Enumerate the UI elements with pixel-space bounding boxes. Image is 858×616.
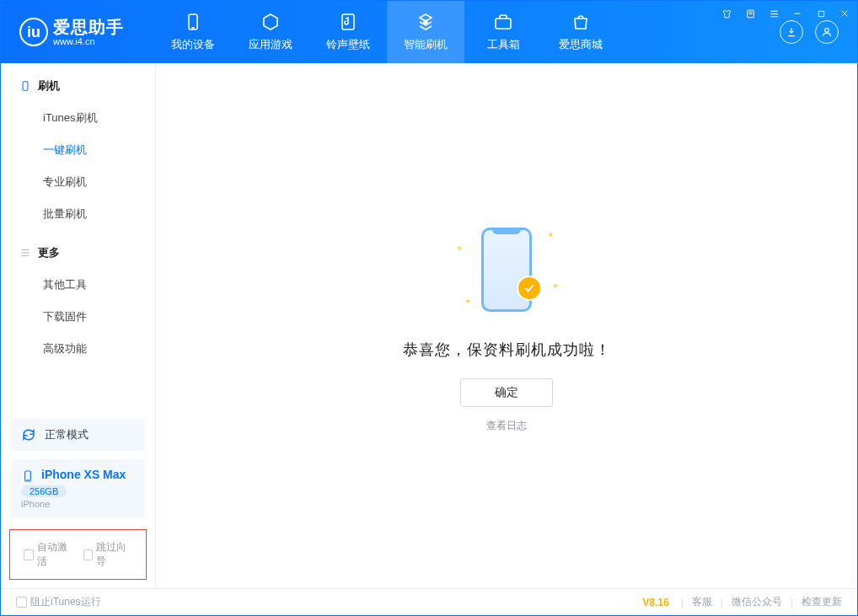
- device-card[interactable]: iPhone XS Max 256GB iPhone: [11, 459, 145, 517]
- svg-point-3: [424, 20, 427, 24]
- apps-icon: [260, 12, 281, 32]
- separator: |: [791, 597, 793, 608]
- nav-tab-toolbox[interactable]: 工具箱: [464, 1, 542, 63]
- nav-label: 我的设备: [171, 37, 215, 52]
- sidebar-section-title: 刷机: [38, 78, 60, 94]
- version-label: V8.16: [642, 597, 668, 608]
- footer-right: V8.16 | 客服 | 微信公众号 | 检查更新: [642, 595, 842, 609]
- checkbox-icon: [24, 549, 34, 560]
- brand: iu 爱思助手 www.i4.cn: [1, 1, 139, 63]
- minimize-button[interactable]: [790, 6, 805, 21]
- svg-point-5: [825, 28, 829, 32]
- brand-text: 爱思助手 www.i4.cn: [53, 18, 124, 46]
- svg-rect-4: [496, 19, 511, 29]
- svg-rect-13: [818, 11, 823, 16]
- download-icon: [786, 26, 797, 38]
- nav-tab-store[interactable]: 爱思商城: [542, 1, 619, 63]
- sidebar-section-flash[interactable]: 刷机: [1, 63, 155, 102]
- skin-button[interactable]: [719, 6, 734, 21]
- header: iu 爱思助手 www.i4.cn 我的设备 应用游戏 铃声壁纸 智能刷机: [1, 1, 857, 63]
- brand-logo-icon: iu: [19, 18, 48, 46]
- nav-label: 爱思商城: [559, 37, 603, 52]
- checkbox-label: 自动激活: [37, 540, 73, 569]
- nav-tab-apps[interactable]: 应用游戏: [232, 1, 309, 63]
- menu-icon: [769, 8, 780, 19]
- nav-tab-device[interactable]: 我的设备: [154, 1, 232, 63]
- separator: |: [681, 597, 684, 608]
- sparkle-icon: ✦: [464, 297, 471, 306]
- sidebar-section-title: 更多: [38, 245, 60, 260]
- note-icon: [745, 8, 756, 19]
- checkbox-label: 阻止iTunes运行: [30, 595, 101, 609]
- sparkle-icon: ✦: [456, 244, 463, 253]
- nav-label: 铃声壁纸: [326, 37, 370, 52]
- sidebar-section-more[interactable]: 更多: [1, 230, 155, 269]
- highlighted-options: 自动激活 跳过向导: [9, 529, 147, 580]
- footer-link-wechat[interactable]: 微信公众号: [732, 595, 782, 609]
- sidebar-item-download-firmware[interactable]: 下载固件: [1, 301, 155, 333]
- feedback-button[interactable]: [743, 6, 758, 21]
- footer-link-support[interactable]: 客服: [692, 595, 712, 609]
- checkbox-skip-guide[interactable]: 跳过向导: [83, 540, 133, 569]
- success-illustration: ✦ ✦ ✦ ✦: [456, 223, 557, 316]
- checkbox-icon: [16, 597, 27, 608]
- svg-rect-16: [23, 82, 28, 91]
- flash-icon: [416, 12, 436, 32]
- mode-label: 正常模式: [45, 427, 88, 442]
- sparkle-icon: ✦: [547, 230, 554, 239]
- view-log-link[interactable]: 查看日志: [486, 419, 527, 433]
- phone-icon: [19, 80, 31, 92]
- account-button[interactable]: [815, 20, 839, 44]
- checkbox-auto-activate[interactable]: 自动激活: [24, 540, 73, 569]
- success-message: 恭喜您，保资料刷机成功啦！: [403, 340, 611, 360]
- footer-link-update[interactable]: 检查更新: [802, 595, 842, 609]
- checkbox-block-itunes[interactable]: 阻止iTunes运行: [16, 595, 101, 609]
- nav-tab-ringtone[interactable]: 铃声壁纸: [309, 1, 387, 63]
- user-icon: [821, 26, 833, 38]
- device-type: iPhone: [21, 499, 135, 509]
- separator: |: [721, 597, 723, 608]
- device-phone-icon: [21, 469, 35, 483]
- maximize-icon: [817, 9, 826, 19]
- sidebar-item-onekey-flash[interactable]: 一键刷机: [1, 134, 155, 166]
- sparkle-icon: ✦: [552, 281, 559, 291]
- device-capacity: 256GB: [21, 485, 67, 497]
- nav-tabs: 我的设备 应用游戏 铃声壁纸 智能刷机 工具箱 爱思商城: [154, 1, 619, 63]
- close-button[interactable]: [837, 6, 852, 21]
- download-button[interactable]: [780, 20, 803, 44]
- device-name: iPhone XS Max: [41, 468, 126, 481]
- shirt-icon: [721, 8, 732, 19]
- ringtone-icon: [338, 12, 358, 32]
- checkbox-label: 跳过向导: [96, 540, 132, 569]
- device-icon: [183, 12, 203, 32]
- footer: 阻止iTunes运行 V8.16 | 客服 | 微信公众号 | 检查更新: [1, 588, 857, 615]
- sidebar-item-other-tools[interactable]: 其他工具: [1, 269, 155, 301]
- sidebar-item-advanced[interactable]: 高级功能: [1, 333, 155, 365]
- nav-label: 智能刷机: [404, 37, 448, 52]
- sidebar-item-pro-flash[interactable]: 专业刷机: [1, 166, 155, 198]
- window-controls: [719, 6, 852, 21]
- minimize-icon: [792, 8, 802, 19]
- store-icon: [571, 12, 591, 32]
- list-icon: [19, 247, 31, 259]
- body: 刷机 iTunes刷机 一键刷机 专业刷机 批量刷机 更多 其他工具 下载固件 …: [1, 63, 857, 588]
- menu-button[interactable]: [766, 6, 781, 21]
- app-window: iu 爱思助手 www.i4.cn 我的设备 应用游戏 铃声壁纸 智能刷机: [0, 0, 858, 616]
- refresh-icon: [21, 427, 36, 442]
- close-icon: [839, 8, 850, 19]
- main-content: ✦ ✦ ✦ ✦ 恭喜您，保资料刷机成功啦！ 确定 查看日志: [156, 63, 857, 588]
- brand-title: 爱思助手: [53, 18, 124, 36]
- mode-card[interactable]: 正常模式: [11, 419, 145, 451]
- nav-label: 工具箱: [487, 37, 520, 52]
- checkbox-icon: [83, 549, 94, 560]
- sidebar-item-itunes-flash[interactable]: iTunes刷机: [1, 102, 155, 134]
- maximize-button[interactable]: [813, 6, 829, 21]
- sidebar: 刷机 iTunes刷机 一键刷机 专业刷机 批量刷机 更多 其他工具 下载固件 …: [1, 63, 156, 588]
- nav-label: 应用游戏: [249, 37, 292, 52]
- brand-subtitle: www.i4.cn: [53, 36, 124, 46]
- sidebar-item-batch-flash[interactable]: 批量刷机: [1, 198, 155, 230]
- toolbox-icon: [493, 12, 513, 32]
- nav-tab-flash[interactable]: 智能刷机: [387, 1, 464, 63]
- ok-button[interactable]: 确定: [460, 378, 553, 407]
- check-badge-icon: [517, 276, 542, 301]
